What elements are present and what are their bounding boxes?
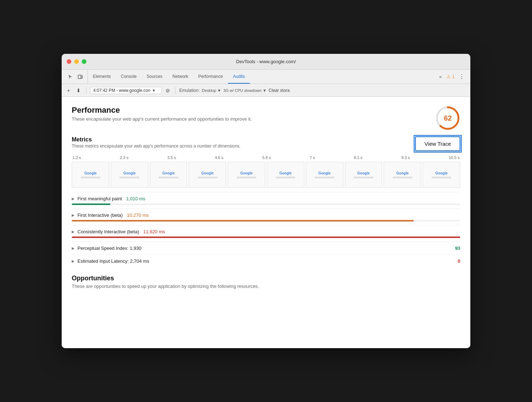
url-display[interactable]: 4:07:42 PM - www.google.con ▼ <box>90 87 162 94</box>
screenshot-frame: Google <box>267 162 304 188</box>
metric-score-eil: 0 <box>458 258 460 264</box>
metric-toggle-fmp[interactable]: ▶ <box>72 197 75 201</box>
metric-row-psi: ▶ Perceptual Speed Index: 1,930 93 <box>72 242 460 254</box>
performance-title-block: Performance These encapsulate your web a… <box>72 106 252 122</box>
tabs: Elements Console Sources Network Perform… <box>88 70 250 84</box>
tab-console[interactable]: Console <box>116 70 142 84</box>
close-button[interactable] <box>67 59 71 64</box>
desktop-dropdown[interactable]: Desktop ▼ <box>202 88 221 93</box>
throttle-dropdown[interactable]: 3G w/ CPU slowdown ▼ <box>223 88 266 93</box>
screenshot-search-bar <box>81 177 101 178</box>
timeline-label-2: 3.5 s <box>167 155 176 160</box>
metric-row-fmp: ▶ First meaningful paint 1,010 ms <box>72 192 460 209</box>
screenshot-search-bar <box>158 177 179 178</box>
warning-count: 1 <box>452 74 455 79</box>
metrics-header: Metrics These metrics encapsulate your w… <box>72 136 460 151</box>
maximize-button[interactable] <box>82 59 86 64</box>
tab-sources[interactable]: Sources <box>142 70 167 84</box>
more-tabs-button[interactable]: » <box>437 73 444 80</box>
devtools-icons <box>63 70 88 84</box>
performance-title: Performance <box>72 106 252 115</box>
view-trace-container: View Trace <box>415 136 460 151</box>
screenshot-google-logo: Google <box>162 171 175 175</box>
warning-badge: ⚠ 1 <box>447 74 455 79</box>
timeline-label-5: 7 s <box>310 155 315 160</box>
progress-fill-fmp <box>72 204 110 205</box>
metrics-title: Metrics <box>72 136 241 143</box>
metric-toggle-fi[interactable]: ▶ <box>72 213 75 217</box>
tab-performance[interactable]: Performance <box>193 70 228 84</box>
emulation-label: Emulation: <box>179 88 200 93</box>
tab-network[interactable]: Network <box>167 70 193 84</box>
screenshot-search-bar <box>353 177 374 178</box>
add-icon[interactable]: + <box>65 87 72 94</box>
performance-desc: These encapsulate your web app's current… <box>72 116 252 122</box>
screenshot-search-bar <box>119 177 139 178</box>
main-content: Performance These encapsulate your web a… <box>62 97 470 348</box>
metric-name-psi: Perceptual Speed Index: 1,930 <box>77 246 142 251</box>
devtools-window: DevTools - www.google.com/ Elements Cons… <box>62 54 470 348</box>
metric-header-fi: ▶ First Interactive (beta) 10,270 ms <box>72 212 460 218</box>
screenshot-search-bar <box>432 177 452 178</box>
screenshot-google-logo: Google <box>396 171 409 175</box>
kebab-menu-icon[interactable]: ⋮ <box>457 73 466 80</box>
metrics-section: Metrics These metrics encapsulate your w… <box>72 136 460 267</box>
metric-row-fi: ▶ First Interactive (beta) 10,270 ms <box>72 209 460 225</box>
audit-toolbar: + ⬇ 4:07:42 PM - www.google.con ▼ ⊘ Emul… <box>62 84 470 97</box>
screenshot-frame: Google <box>423 162 460 188</box>
minimize-button[interactable] <box>74 59 79 64</box>
metric-header-psi: ▶ Perceptual Speed Index: 1,930 93 <box>72 246 460 251</box>
block-icon[interactable]: ⊘ <box>164 87 172 94</box>
svg-rect-1 <box>81 76 82 78</box>
tab-audits[interactable]: Audits <box>228 70 250 84</box>
screenshot-search-bar <box>237 177 257 178</box>
download-icon[interactable]: ⬇ <box>75 87 82 94</box>
separator <box>86 87 86 94</box>
timeline-label-6: 8.1 s <box>354 155 362 160</box>
separator2 <box>175 87 176 94</box>
metric-header-fmp: ▶ First meaningful paint 1,010 ms <box>72 196 460 201</box>
screenshot-frame: Google <box>384 162 421 188</box>
screenshot-search-bar <box>314 177 334 178</box>
timeline-labels: 1.2 s 2.3 s 3.5 s 4.6 s 5.8 s 7 s 8.1 s … <box>72 155 460 160</box>
warning-icon: ⚠ <box>447 74 451 79</box>
screenshot-google-logo: Google <box>123 171 136 175</box>
screenshot-frame: Google <box>111 162 148 188</box>
screenshot-frame: Google <box>228 162 265 188</box>
timeline-label-7: 9.3 s <box>402 155 410 160</box>
score-value: 62 <box>444 114 452 122</box>
metric-toggle-psi[interactable]: ▶ <box>72 246 75 250</box>
screenshot-strip: Google Google Google <box>72 162 460 188</box>
metric-value-fmp: 1,010 ms <box>125 196 145 201</box>
clear-storage-btn[interactable]: Clear stora <box>269 88 290 93</box>
url-dropdown-icon[interactable]: ▼ <box>152 88 156 93</box>
screenshot-google-logo: Google <box>357 171 370 175</box>
device-toggle-icon[interactable] <box>76 73 85 81</box>
metric-row-ci: ▶ Consistently Interactive (beta) 11,620… <box>72 225 460 242</box>
progress-bar-ci <box>72 237 460 238</box>
metric-name-ci: Consistently Interactive (beta) <box>77 229 139 234</box>
screenshot-google-logo: Google <box>318 171 331 175</box>
screenshot-frame: Google <box>306 162 343 188</box>
opportunities-section: Opportunities These are opportunities to… <box>72 275 460 289</box>
cursor-icon[interactable] <box>66 73 75 81</box>
screenshot-frame: Google <box>72 162 109 188</box>
screenshot-frame: Google <box>189 162 226 188</box>
tab-elements[interactable]: Elements <box>88 70 116 84</box>
timeline-label-4: 5.8 s <box>262 155 271 160</box>
screenshot-google-logo: Google <box>279 171 291 175</box>
opportunities-title: Opportunities <box>72 275 460 282</box>
screenshot-search-bar <box>393 177 413 178</box>
window-controls <box>67 59 86 64</box>
view-trace-button[interactable]: View Trace <box>415 136 460 151</box>
metrics-desc: These metrics encapsulate your web app's… <box>72 144 241 149</box>
screenshot-google-logo: Google <box>84 171 96 175</box>
metric-value-ci: 11,620 ms <box>142 229 165 234</box>
screenshot-frame: Google <box>345 162 383 188</box>
metric-header-ci: ▶ Consistently Interactive (beta) 11,620… <box>72 229 460 234</box>
timeline-label-8: 10.5 s <box>449 155 460 160</box>
metric-name-eil: Estimated Input Latency: 2,704 ms <box>77 258 149 264</box>
metric-toggle-eil[interactable]: ▶ <box>72 259 75 263</box>
metric-toggle-ci[interactable]: ▶ <box>72 230 75 234</box>
tab-bar: Elements Console Sources Network Perform… <box>62 70 470 84</box>
